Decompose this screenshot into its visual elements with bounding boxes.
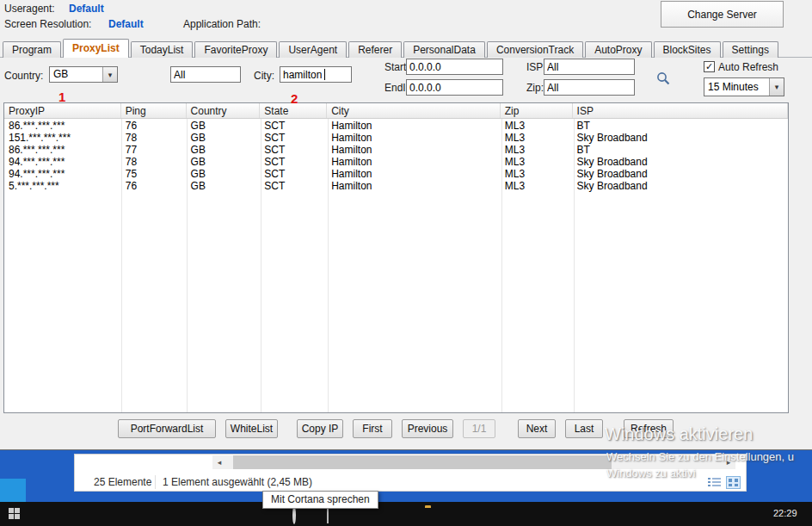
auto-refresh-checkbox[interactable] <box>704 61 715 72</box>
table-cell: ML3 <box>501 120 573 132</box>
last-page-button[interactable]: Last <box>565 419 603 438</box>
magnifier-icon[interactable] <box>655 71 671 90</box>
tab-settings[interactable]: Settings <box>723 41 778 58</box>
zip-label: Zip: <box>526 82 544 94</box>
task-view-icon[interactable] <box>327 508 329 523</box>
table-cell: Sky Broadband <box>573 180 788 192</box>
city-label: City: <box>254 70 274 82</box>
tab-referer[interactable]: Referer <box>348 41 402 58</box>
change-server-button[interactable]: Change Server <box>661 1 784 28</box>
tab-todaylist[interactable]: TodayList <box>131 41 194 58</box>
table-cell: SCT <box>260 168 327 180</box>
table-cell: Hamilton <box>327 180 501 192</box>
cortana-search-icon[interactable] <box>292 508 296 523</box>
thumbnail-view-icon[interactable] <box>726 476 741 489</box>
table-row[interactable]: 5.***.***.***76GBSCTHamiltonML3Sky Broad… <box>4 180 788 192</box>
table-row[interactable]: 86.***.***.***76GBSCTHamiltonML3BT <box>4 120 788 132</box>
table-cell: SCT <box>260 132 327 144</box>
column-header-ping[interactable]: Ping <box>121 103 187 118</box>
table-cell: 76 <box>121 180 187 192</box>
country-label: Country: <box>4 70 43 82</box>
auto-refresh-label: Auto Refresh <box>718 61 778 73</box>
table-row[interactable]: 94.***.***.***78GBSCTHamiltonML3Sky Broa… <box>4 156 788 168</box>
isp-input[interactable] <box>544 59 635 75</box>
scrollbar-thumb[interactable] <box>233 455 612 469</box>
taskbar-clock[interactable]: 22:29 <box>773 508 797 518</box>
tab-autoproxy[interactable]: AutoProxy <box>585 41 651 58</box>
details-view-icon[interactable] <box>707 476 723 489</box>
table-row[interactable]: 94.***.***.***75GBSCTHamiltonML3Sky Broa… <box>4 168 788 180</box>
next-page-button[interactable]: Next <box>518 419 556 438</box>
first-page-button[interactable]: First <box>353 419 392 438</box>
column-header-proxyip[interactable]: ProxyIP <box>4 103 121 118</box>
table-cell: BT <box>573 120 788 132</box>
column-header-city[interactable]: City <box>327 103 501 118</box>
table-cell: GB <box>187 156 261 168</box>
copy-ip-button[interactable]: Copy IP <box>297 419 343 438</box>
table-cell: BT <box>573 144 788 156</box>
table-cell: ML3 <box>501 156 573 168</box>
table-cell: 94.***.***.*** <box>4 168 121 180</box>
cortana-tooltip: Mit Cortana sprechen <box>262 491 378 509</box>
table-cell: SCT <box>260 120 327 132</box>
tab-program[interactable]: Program <box>3 41 61 58</box>
proxy-table: ProxyIPPingCountryStateCityZipISP86.***.… <box>3 102 789 413</box>
useragent-value[interactable]: Default <box>69 3 104 15</box>
useragent-label: Useragent: <box>4 3 55 15</box>
table-cell: ML3 <box>501 132 573 144</box>
refresh-interval-value: 15 Minutes <box>704 78 769 96</box>
tab-favoriteproxy[interactable]: FavoriteProxy <box>194 41 277 58</box>
start-button-icon[interactable] <box>9 508 20 519</box>
endip-input[interactable] <box>406 79 503 96</box>
table-cell: 94.***.***.*** <box>4 156 121 168</box>
table-cell: 86.***.***.*** <box>4 144 121 156</box>
table-cell: GB <box>187 168 261 180</box>
refresh-interval-select[interactable]: 15 Minutes <box>704 77 784 96</box>
tab-personaldata[interactable]: PersonalData <box>403 41 485 58</box>
table-cell: Sky Broadband <box>573 168 788 180</box>
table-cell: Hamilton <box>327 168 501 180</box>
column-header-isp[interactable]: ISP <box>573 103 788 118</box>
table-cell: 78 <box>121 156 187 168</box>
table-row[interactable]: 151.***.***.***78GBSCTHamiltonML3Sky Bro… <box>4 132 788 144</box>
table-cell: ML3 <box>501 144 573 156</box>
tab-useragent[interactable]: UserAgent <box>279 41 347 58</box>
table-cell: SCT <box>260 180 327 192</box>
table-row[interactable]: 86.***.***.***77GBSCTHamiltonML3BT <box>4 144 788 156</box>
table-cell: SCT <box>260 144 327 156</box>
page-indicator: 1/1 <box>463 419 495 438</box>
table-cell: 77 <box>121 144 187 156</box>
table-cell: GB <box>187 120 261 132</box>
chevron-down-icon[interactable] <box>769 78 784 96</box>
startip-input[interactable] <box>406 59 503 75</box>
table-cell: Hamilton <box>327 120 501 132</box>
table-cell: Hamilton <box>327 144 501 156</box>
proxy-app-window: Useragent: Default Screen Resolution: De… <box>0 0 812 450</box>
windows-activation-watermark-line2: Wechseln Sie zu den Einstellungen, u <box>606 450 794 463</box>
table-cell: 5.***.***.*** <box>4 180 121 192</box>
taskbar[interactable]: 22:29 <box>0 502 812 526</box>
state-filter-input[interactable] <box>170 66 241 83</box>
column-header-zip[interactable]: Zip <box>501 103 573 118</box>
previous-page-button[interactable]: Previous <box>402 419 453 438</box>
chevron-down-icon[interactable] <box>102 67 117 82</box>
tab-blocksites[interactable]: BlockSites <box>654 41 721 58</box>
table-cell: Sky Broadband <box>573 132 788 144</box>
portforwardlist-button[interactable]: PortForwardList <box>118 419 216 438</box>
city-filter-input[interactable] <box>280 66 352 83</box>
table-cell: GB <box>187 144 261 156</box>
items-count-status: 25 Elemente <box>94 476 151 488</box>
tab-proxylist[interactable]: ProxyList <box>63 39 129 58</box>
scroll-left-arrow-icon[interactable] <box>212 455 226 469</box>
whitelist-button[interactable]: WhiteList <box>225 419 278 438</box>
text-caret <box>324 69 325 80</box>
table-cell: 76 <box>121 120 187 132</box>
zip-input[interactable] <box>544 79 635 96</box>
background-window-corner[interactable] <box>0 479 26 503</box>
country-select[interactable]: GB <box>49 66 118 83</box>
table-header: ProxyIPPingCountryStateCityZipISP <box>4 103 788 119</box>
screen-resolution-value[interactable]: Default <box>108 18 144 30</box>
column-header-country[interactable]: Country <box>187 103 261 118</box>
status-divider <box>155 475 156 489</box>
tab-conversiontrack[interactable]: ConversionTrack <box>487 41 583 58</box>
